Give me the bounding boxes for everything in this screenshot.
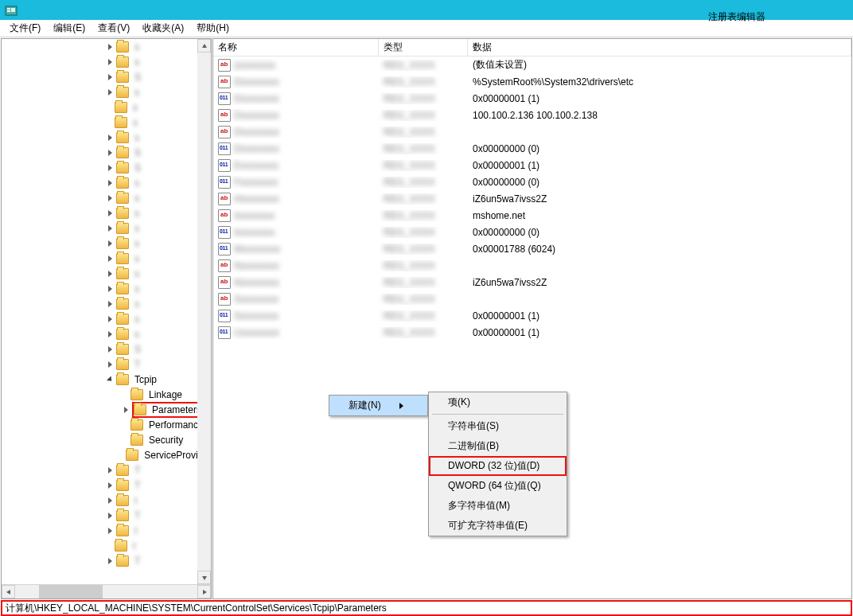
tree-item[interactable]: Tcpip [2,372,211,387]
scroll-thumb[interactable] [39,585,103,598]
tree-item[interactable]: t [2,538,211,553]
tree-item[interactable]: Performance [2,417,211,432]
column-header-type[interactable]: 类型 [379,39,468,56]
expand-icon[interactable] [105,148,115,158]
tree-item[interactable]: s [2,39,211,54]
expand-icon[interactable] [105,57,115,67]
tree-item[interactable]: S [2,341,211,357]
tree-item[interactable]: s [2,99,211,115]
list-row[interactable]: ExxxxxxxxREG_XXXX0x00000001 (1) [213,157,851,173]
tree-item[interactable]: s [2,266,211,281]
tree-item[interactable]: T [2,553,211,568]
tree-item[interactable]: ServiceProvide [2,447,211,462]
expand-icon[interactable] [105,511,115,520]
expand-icon[interactable] [105,526,115,536]
list-row[interactable]: UxxxxxxxxREG_XXXX0x00000001 (1) [213,324,851,341]
scroll-down-button[interactable] [197,571,211,584]
menu-edit[interactable]: 编辑(E) [47,20,92,37]
tree-item[interactable]: s [2,236,211,251]
expand-icon[interactable] [105,269,115,279]
expand-icon[interactable] [105,466,115,475]
collapse-icon[interactable] [105,375,115,384]
context-menu-new[interactable]: 新建(N) [329,396,427,415]
tree-item[interactable]: T [2,357,211,372]
menu-view[interactable]: 查看(V) [92,20,136,37]
tree-item[interactable]: s [2,296,211,311]
expand-icon[interactable] [105,133,115,142]
expand-icon[interactable] [105,72,115,82]
expand-icon[interactable] [105,329,115,339]
tree-item[interactable]: s [2,205,211,220]
expand-icon[interactable] [105,496,115,505]
context-menu-new-dword[interactable]: DWORD (32 位)值(D) [429,456,567,476]
tree-item[interactable]: t [2,523,211,538]
tree-item[interactable]: s [2,251,211,266]
menu-help[interactable]: 帮助(H) [190,20,236,37]
scroll-right-button[interactable] [197,585,211,598]
expand-icon[interactable] [105,239,115,248]
tree-item[interactable]: t [2,493,211,508]
expand-icon[interactable] [105,224,115,233]
expand-icon[interactable] [105,163,115,173]
tree-item[interactable]: S [2,145,211,160]
tree-item[interactable]: S [2,69,211,84]
tree-item[interactable]: Linkage [2,387,211,402]
expand-icon[interactable] [105,556,115,566]
tree-item[interactable]: T [2,462,211,478]
expand-icon[interactable] [105,360,115,369]
list-row[interactable]: DxxxxxxxxREG_XXXX%SystemRoot%\System32\d… [213,73,851,90]
expand-icon[interactable] [105,345,115,354]
context-menu-new-expandstring[interactable]: 可扩充字符串值(E) [429,516,567,536]
list-row[interactable]: DxxxxxxxxREG_XXXX0x00000000 (0) [213,140,851,157]
context-menu-new-binary[interactable]: 二进制值(B) [429,436,567,456]
list-row[interactable]: HxxxxxxxxREG_XXXXiZ6un5wa7ivss2Z [213,190,851,207]
tree-item[interactable]: T [2,478,211,493]
menu-favorites[interactable]: 收藏夹(A) [136,20,190,37]
menu-file[interactable]: 文件(F) [3,20,47,37]
list-row[interactable]: SxxxxxxxxREG_XXXX0x00000001 (1) [213,307,851,324]
context-menu-new-multistring[interactable]: 多字符串值(M) [429,496,567,516]
column-header-data[interactable]: 数据 [468,39,851,56]
tree-item[interactable]: s [2,190,211,205]
tree-item[interactable]: T [2,508,211,523]
expand-icon[interactable] [105,88,115,97]
context-menu-new-qword[interactable]: QWORD (64 位)值(Q) [429,476,567,496]
expand-icon[interactable] [105,481,115,490]
scroll-up-button[interactable] [197,39,211,53]
tree-item[interactable]: Security [2,432,211,447]
tree-item[interactable]: s [2,281,211,296]
list-row[interactable]: IxxxxxxxxREG_XXXXmshome.net [213,207,851,224]
list-row[interactable]: NxxxxxxxxREG_XXXXiZ6un5wa7ivss2Z [213,274,851,290]
scroll-left-button[interactable] [2,585,15,598]
tree-item[interactable]: s [2,130,211,145]
tree-item[interactable]: s [2,115,211,130]
list-row[interactable]: NxxxxxxxxREG_XXXX [213,257,851,274]
list-row[interactable]: IxxxxxxxxREG_XXXX0x00000000 (0) [213,224,851,240]
tree-item[interactable]: s [2,84,211,99]
column-header-name[interactable]: 名称 [213,39,379,56]
expand-icon[interactable] [105,209,115,218]
list-row[interactable]: (xxxxxxxxREG_XXXX(数值未设置) [213,57,851,73]
expand-icon[interactable] [105,193,115,203]
tree-item[interactable]: s [2,220,211,236]
expand-icon[interactable] [121,405,130,415]
list-row[interactable]: MxxxxxxxxREG_XXXX0x00001788 (6024) [213,240,851,257]
list-row[interactable]: DxxxxxxxxREG_XXXX [213,123,851,140]
context-menu-new-string[interactable]: 字符串值(S) [429,416,567,436]
expand-icon[interactable] [105,42,115,52]
tree-item[interactable]: s [2,326,211,341]
tree-vertical-scrollbar[interactable] [197,39,211,584]
tree-item[interactable]: s [2,175,211,190]
list-row[interactable]: DxxxxxxxxREG_XXXX0x00000001 (1) [213,90,851,107]
context-menu-new-key[interactable]: 项(K) [429,392,567,412]
expand-icon[interactable] [105,254,115,263]
expand-icon[interactable] [105,284,115,294]
expand-icon[interactable] [105,178,115,188]
tree-item[interactable]: s [2,311,211,326]
expand-icon[interactable] [105,314,115,324]
list-row[interactable]: FxxxxxxxxREG_XXXX0x00000000 (0) [213,173,851,190]
tree-item[interactable]: Parameters [2,402,211,417]
expand-icon[interactable] [105,299,115,309]
tree-horizontal-scrollbar[interactable] [2,584,211,598]
list-row[interactable]: SxxxxxxxxREG_XXXX [213,290,851,307]
